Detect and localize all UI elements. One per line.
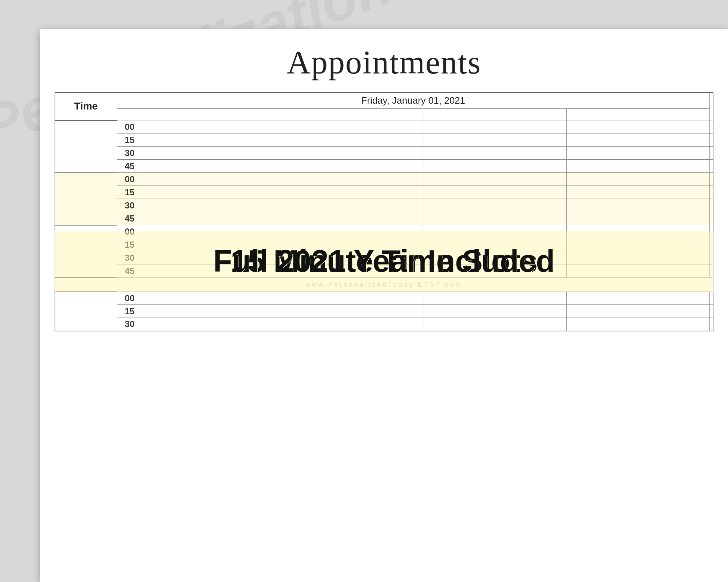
- slot-11-3: [423, 251, 566, 264]
- slot-9-4: [566, 225, 709, 238]
- table-row: 15: [55, 305, 713, 318]
- slot-12-2: [280, 264, 423, 278]
- slot-6-1: [137, 186, 280, 199]
- slot-14-5: [709, 305, 713, 318]
- watermark-url-row: www.PersonalizedToday.ETSY.com: [55, 278, 713, 292]
- slot-2-4: [566, 133, 709, 147]
- hour-label-1: [55, 120, 117, 173]
- slot-11-2: [280, 251, 423, 264]
- slot-1-1: [137, 120, 280, 133]
- time-header: Time: [55, 92, 117, 120]
- slot-13-5: [709, 292, 713, 305]
- table-row: 15: [55, 133, 713, 147]
- slot-8-2: [280, 212, 423, 225]
- slot-14-3: [423, 305, 566, 318]
- slot-8-1: [137, 212, 280, 225]
- minute-label-00-3: 00: [117, 225, 137, 238]
- slot-13-2: [280, 292, 423, 305]
- slot-5-1: [137, 173, 280, 186]
- slot-15-4: [566, 318, 709, 331]
- slot-4-4: [566, 160, 709, 173]
- slot-11-1: [137, 251, 280, 264]
- slot-2-3: [423, 133, 566, 147]
- slot-6-5: [709, 186, 713, 199]
- slot-10-1: [137, 238, 280, 251]
- slot-3-1: [137, 147, 280, 160]
- slot-2-1: [137, 133, 280, 147]
- slot-13-1: [137, 292, 280, 305]
- slot-10-4: [566, 238, 709, 251]
- minute-label-00-1: 00: [117, 120, 137, 133]
- slot-9-5: [709, 225, 713, 238]
- slot-4-1: [137, 160, 280, 173]
- slot-14-1: [137, 305, 280, 318]
- table-row: 00: [55, 120, 713, 133]
- sub-header-col1: [117, 109, 137, 120]
- hour-label-4: [55, 292, 117, 331]
- date-header: Friday, January 01, 2021: [117, 92, 709, 109]
- slot-7-1: [137, 199, 280, 212]
- slot-9-2: [280, 225, 423, 238]
- slot-8-4: [566, 212, 709, 225]
- sub-header-col5: [566, 109, 709, 120]
- minute-label-15-4: 15: [117, 305, 137, 318]
- slot-2-2: [280, 133, 423, 147]
- slot-7-4: [566, 199, 709, 212]
- minute-label-45-1: 45: [117, 160, 137, 173]
- slot-3-4: [566, 147, 709, 160]
- minute-label-15-3: 15: [117, 238, 137, 251]
- slot-10-5: [709, 238, 713, 251]
- slot-12-4: [566, 264, 709, 278]
- slot-2-5: [709, 133, 713, 147]
- slot-3-3: [423, 147, 566, 160]
- slot-9-1: [137, 225, 280, 238]
- sub-header-col2: [137, 109, 280, 120]
- slot-13-4: [566, 292, 709, 305]
- hour-label-3: [55, 225, 117, 278]
- slot-3-5: [709, 147, 713, 160]
- appointments-table: Time Friday, January 01, 2021 00: [55, 92, 713, 331]
- minute-label-30-3: 30: [117, 251, 137, 264]
- slot-4-3: [423, 160, 566, 173]
- slot-1-2: [280, 120, 423, 133]
- minute-label-30-4: 30: [117, 318, 137, 331]
- table-row: 45: [55, 264, 713, 278]
- watermark-url: www.PersonalizedToday.ETSY.com: [55, 278, 713, 292]
- slot-12-5: [709, 264, 713, 278]
- slot-5-3: [423, 173, 566, 186]
- minute-label-00-2: 00: [117, 173, 137, 186]
- minute-label-45-3: 45: [117, 264, 137, 278]
- slot-10-3: [423, 238, 566, 251]
- minute-label-15-1: 15: [117, 133, 137, 147]
- slot-13-3: [423, 292, 566, 305]
- slot-5-2: [280, 173, 423, 186]
- table-row: 15: [55, 186, 713, 199]
- table-container: Time Friday, January 01, 2021 00: [55, 92, 713, 331]
- slot-7-5: [709, 199, 713, 212]
- minute-label-00-4: 00: [117, 292, 137, 305]
- table-row: 15: [55, 238, 713, 251]
- slot-10-2: [280, 238, 423, 251]
- table-row: 00: [55, 225, 713, 238]
- table-row: 30: [55, 251, 713, 264]
- table-row: 45: [55, 160, 713, 173]
- table-row: 30: [55, 147, 713, 160]
- slot-11-4: [566, 251, 709, 264]
- sub-header-col4: [423, 109, 566, 120]
- slot-6-2: [280, 186, 423, 199]
- slot-15-1: [137, 318, 280, 331]
- hour-label-2: [55, 173, 117, 225]
- table-row: 30: [55, 318, 713, 331]
- slot-6-4: [566, 186, 709, 199]
- table-row: 30: [55, 199, 713, 212]
- slot-3-2: [280, 147, 423, 160]
- minute-label-30-1: 30: [117, 147, 137, 160]
- slot-7-2: [280, 199, 423, 212]
- slot-7-3: [423, 199, 566, 212]
- slot-15-3: [423, 318, 566, 331]
- table-header-sub-row: [55, 109, 713, 120]
- slot-8-3: [423, 212, 566, 225]
- slot-5-4: [566, 173, 709, 186]
- slot-1-4: [566, 120, 709, 133]
- slot-6-3: [423, 186, 566, 199]
